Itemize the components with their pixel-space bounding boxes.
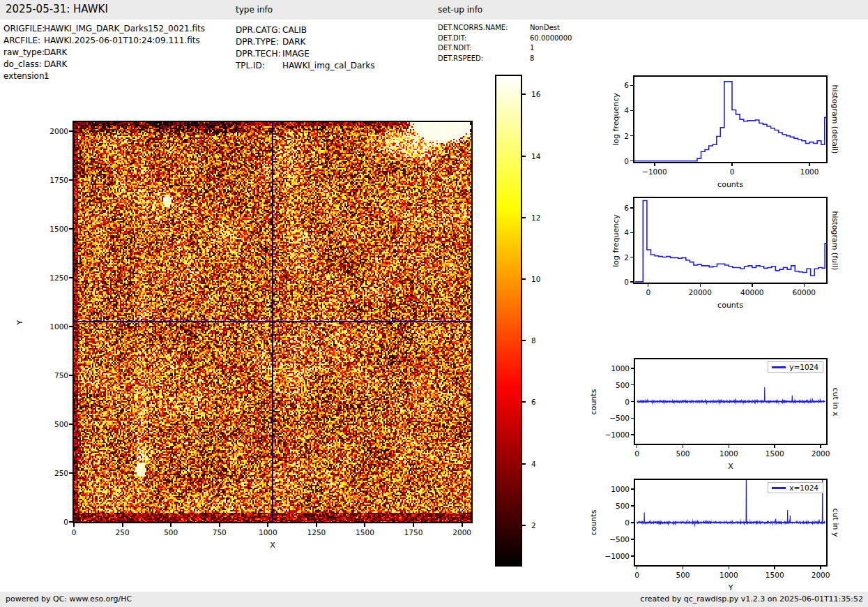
axis-tick (631, 555, 634, 557)
axis-tick-label: 1500 (766, 571, 784, 579)
field-label: DPR.TECH: (236, 48, 282, 60)
field-value: HAWKI.2025-06-01T10:24:09.111.fits (44, 35, 200, 47)
axis-tick (631, 401, 634, 403)
axis-tick (462, 523, 463, 527)
axis-tick (413, 523, 414, 527)
axis-tick (804, 284, 805, 287)
axis-tick-label: 1000 (259, 528, 277, 537)
field-label: extension: (3, 70, 44, 82)
axis-tick (631, 418, 634, 419)
legend-label: y=1024 (789, 363, 818, 371)
axis-tick (637, 445, 638, 448)
info-row: ARCFILE:HAWKI.2025-06-01T10:24:09.111.fi… (3, 35, 205, 47)
field-label: ARCFILE: (3, 35, 44, 47)
axis-tick (648, 284, 649, 287)
field-label: ORIGFILE: (3, 23, 44, 35)
axis-tick-label: 1500 (766, 449, 784, 458)
axis-tick-label: −500 (574, 414, 630, 422)
cut-in-x-plot: y=1024 (634, 358, 828, 445)
field-value: CALIB (282, 24, 307, 36)
info-row: DPR.CATG:CALIB (236, 24, 375, 36)
axis-tick (630, 85, 633, 87)
axis-tick (820, 445, 821, 448)
field-value: HAWKI_IMG_DARK_Darks152_0021.fits (44, 23, 205, 35)
raw-image-canvas (74, 122, 471, 522)
axis-tick (69, 228, 73, 230)
axis-tick (69, 130, 73, 132)
info-row: DPR.TECH:IMAGE (236, 48, 375, 60)
axis-tick-label: 20000 (689, 288, 712, 297)
colorbar-tick-label: 4 (531, 460, 536, 468)
cut-in-y-plot: x=1024 (634, 479, 828, 567)
axis-tick (700, 284, 701, 287)
axis-tick (267, 523, 268, 527)
info-row: TPL.ID:HAWKI_img_cal_Darks (236, 60, 375, 72)
axis-tick-label: −500 (574, 535, 630, 544)
axis-tick-label: 0 (574, 398, 630, 406)
field-value: DARK (44, 47, 67, 59)
histogram-full-plot (633, 197, 828, 284)
axis-tick (170, 523, 172, 527)
axis-tick-label: −1000 (574, 552, 630, 560)
axis-tick (69, 424, 73, 425)
field-value: IMAGE (282, 48, 310, 60)
cut-in-y-ylabel: counts (589, 418, 599, 607)
field-label: DET.DIT: (438, 33, 530, 44)
field-value: 1 (530, 43, 534, 54)
field-label: DET.NCORRS.NAME: (438, 23, 530, 33)
info-row: DPR.TYPE:DARK (236, 36, 375, 48)
field-label: DET.RSPEED: (438, 54, 530, 64)
colorbar-tick-label: 10 (531, 275, 540, 283)
axis-tick (752, 284, 753, 287)
type-info-list: DPR.CATG:CALIBDPR.TYPE:DARKDPR.TECH:IMAG… (236, 24, 375, 72)
axis-tick (729, 445, 730, 448)
axis-tick-label: 500 (676, 449, 690, 458)
legend-line-swatch (772, 487, 786, 489)
axis-tick-label: 1000 (800, 167, 819, 176)
colorbar-tick-label: 16 (531, 90, 540, 98)
axis-tick (637, 567, 638, 569)
axis-tick-label: 1000 (574, 364, 630, 373)
field-value: 1 (44, 70, 50, 82)
axis-tick (630, 207, 633, 209)
axis-tick-label: 0 (634, 571, 639, 579)
axis-tick-label: 2000 (452, 528, 471, 537)
main-image-xlabel: X (270, 541, 275, 550)
axis-tick (631, 505, 634, 507)
axis-tick-label: 0 (13, 518, 68, 526)
info-row: do_class:DARK (3, 59, 205, 70)
type-info-heading: type info (236, 5, 273, 15)
field-value: NonDest (530, 23, 560, 33)
axis-tick-label: 750 (213, 528, 227, 537)
axis-tick (631, 488, 634, 490)
axis-tick-label: −1000 (642, 167, 667, 176)
histogram-detail-plot (633, 75, 828, 163)
field-label: DPR.TYPE: (236, 36, 282, 48)
histogram-detail-xlabel: counts (717, 180, 743, 189)
field-label: raw_type: (3, 47, 44, 59)
axis-tick-label: 250 (13, 469, 68, 477)
axis-tick (654, 163, 655, 166)
axis-tick-label: 1000 (574, 485, 630, 493)
axis-tick (630, 281, 633, 283)
axis-tick-label: 1250 (307, 528, 326, 537)
axis-tick (69, 326, 73, 327)
axis-tick-label: 1000 (719, 449, 738, 458)
axis-tick (774, 567, 775, 569)
axis-tick-label: 500 (164, 528, 178, 537)
axis-tick-label: 500 (574, 381, 630, 389)
colorbar-tick (522, 463, 526, 465)
colorbar-tick-label: 14 (531, 152, 540, 160)
axis-tick-label: 0 (730, 167, 735, 176)
cut-in-y-xlabel: Y (729, 583, 733, 592)
axis-tick (630, 135, 633, 137)
axis-tick-label: 1750 (13, 176, 68, 184)
main-image-ylabel: Y (15, 218, 25, 427)
histogram-detail-canvas (634, 77, 826, 162)
colorbar-tick-label: 2 (531, 521, 536, 530)
colorbar-tick (522, 93, 526, 95)
axis-tick-label: −1000 (574, 430, 630, 439)
axis-tick-label: 1750 (404, 528, 423, 537)
axis-tick (731, 163, 733, 166)
axis-tick (774, 445, 775, 448)
